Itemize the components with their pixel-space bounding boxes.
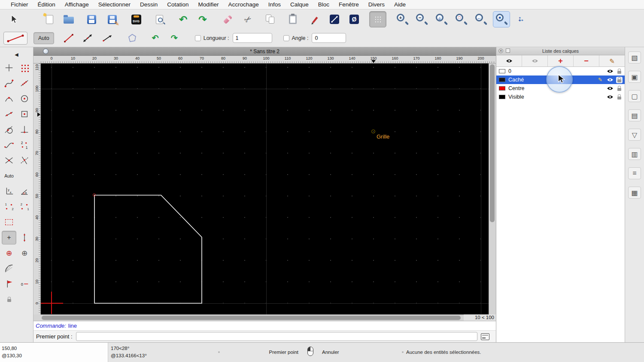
hide-all-layers-button[interactable] <box>522 55 548 66</box>
menu-affichage[interactable]: Affichage <box>60 1 94 8</box>
menu-divers[interactable]: Divers <box>364 1 389 8</box>
grid-toggle-button[interactable] <box>369 11 386 27</box>
restrict-angle-button[interactable]: a <box>17 184 32 198</box>
menu-edition[interactable]: Édition <box>33 1 60 8</box>
menu-fichier[interactable]: Fichier <box>6 1 33 8</box>
snap-reference-button[interactable] <box>17 107 32 121</box>
select-tool-button[interactable] <box>5 11 22 27</box>
dock-library-button[interactable]: ▧ <box>628 51 641 63</box>
snap-free-button[interactable] <box>2 61 16 75</box>
deselect-window-button[interactable] <box>2 215 16 229</box>
layer-lock-icon[interactable] <box>616 94 623 100</box>
snap-middle-button[interactable] <box>2 92 16 106</box>
dock-filter-button[interactable]: ▽ <box>628 129 641 141</box>
dock-layer-list-button[interactable]: ▢ <box>628 90 641 102</box>
cut-button[interactable]: ✂ <box>239 11 256 27</box>
relative-zero-display-button[interactable]: 0 <box>17 277 32 291</box>
drawing-canvas[interactable]: Grille <box>41 63 489 314</box>
auto-snap-button[interactable]: Auto <box>2 169 16 183</box>
menu-aide[interactable]: Aide <box>389 1 410 8</box>
snap-intersection-button[interactable] <box>2 154 16 167</box>
layer-visibility-icon[interactable] <box>607 94 614 100</box>
order-clockwise-button[interactable]: 21 <box>17 200 32 214</box>
lock-tool-button[interactable] <box>2 293 16 306</box>
vertical-scrollbar[interactable] <box>489 63 496 314</box>
layer-visibility-icon[interactable] <box>607 77 614 82</box>
zoom-previous-button[interactable]: □ <box>453 11 470 27</box>
lock-relative-zero-button[interactable]: ⊕ <box>17 246 32 260</box>
horizontal-scrollbar-thumb[interactable] <box>42 316 461 320</box>
command-input[interactable] <box>76 332 477 341</box>
zoom-out-button[interactable]: − <box>413 11 430 27</box>
restrict-orthogonal-button[interactable]: yx <box>2 184 16 198</box>
zoom-window-button[interactable]: ■ <box>493 11 510 27</box>
layer-lock-icon[interactable] <box>616 77 623 83</box>
dock-entity-list-button[interactable]: ▤ <box>628 109 641 121</box>
paste-button[interactable] <box>284 11 301 27</box>
dock-command-widget-button[interactable]: ≡ <box>628 167 641 179</box>
snap-distance-button[interactable] <box>2 107 16 121</box>
close-panel-icon[interactable]: ✕ <box>498 48 503 53</box>
set-relative-zero-button[interactable]: ⊕ <box>2 246 16 260</box>
snap-marker-button[interactable] <box>2 277 16 291</box>
length-checkbox[interactable] <box>195 35 201 41</box>
snap-intersection-manual-button[interactable] <box>17 154 32 167</box>
remove-layer-button[interactable]: − <box>574 55 599 66</box>
layer-edit-icon[interactable]: ✎ <box>598 77 602 82</box>
angle-measure-button[interactable] <box>2 262 16 275</box>
menu-selectionner[interactable]: Sélectionner <box>94 1 135 8</box>
export-svg-button[interactable]: SVG <box>128 11 145 27</box>
zoom-pan-button[interactable]: ↔↔ <box>512 11 529 27</box>
drawn-polyline[interactable] <box>94 195 202 303</box>
zoom-auto-button[interactable]: ↔↕ <box>433 11 450 27</box>
auto-line-button[interactable]: Auto <box>33 32 54 44</box>
layer-row-visible[interactable]: Visible <box>496 93 625 101</box>
edit-layer-button[interactable]: ✎ <box>599 55 625 66</box>
menu-fenetre[interactable]: Fenêtre <box>334 1 364 8</box>
menu-bloc[interactable]: Bloc <box>313 1 334 8</box>
snap-on-entity-button[interactable] <box>17 76 32 90</box>
snap-orthogonal-button[interactable] <box>17 123 32 136</box>
line-horizontal-button[interactable] <box>100 32 115 45</box>
menu-calque[interactable]: Calque <box>286 1 313 8</box>
layer-lock-icon[interactable] <box>616 68 623 75</box>
order-counterclockwise-button[interactable]: 12 <box>2 200 16 214</box>
dock-block-list-button[interactable]: ▣ <box>628 71 641 83</box>
menu-cotation[interactable]: Cotation <box>162 1 193 8</box>
line-angle-button[interactable] <box>80 32 95 45</box>
segment-undo-button[interactable]: ↶ <box>148 32 163 45</box>
vertex-handle[interactable] <box>93 193 96 196</box>
polyline-button[interactable] <box>125 32 140 45</box>
copy-button[interactable] <box>262 11 279 27</box>
float-panel-icon[interactable] <box>506 48 510 53</box>
new-file-button[interactable] <box>41 11 58 27</box>
undo-button[interactable]: ↶ <box>175 11 192 27</box>
subwindow-titlebar[interactable]: * Sans titre 2 <box>33 47 496 56</box>
draw-pen-button[interactable] <box>306 11 323 27</box>
layer-visibility-icon[interactable] <box>607 69 614 74</box>
save-button[interactable] <box>83 11 100 27</box>
zoom-redraw-button[interactable]: ← <box>472 11 489 27</box>
dock-clipboard-button[interactable]: ▦ <box>628 187 641 199</box>
line-attributes-button[interactable] <box>326 11 343 27</box>
menu-infos[interactable]: Infos <box>264 1 286 8</box>
delete-button[interactable] <box>219 11 236 27</box>
menu-dessin[interactable]: Dessin <box>135 1 162 8</box>
horizontal-scrollbar[interactable] <box>41 314 464 321</box>
menu-accrochage[interactable]: Accrochage <box>223 1 263 8</box>
redo-button[interactable]: ↷ <box>194 11 211 27</box>
dock-properties-button[interactable]: ▥ <box>628 148 641 160</box>
open-file-button[interactable] <box>60 11 77 27</box>
snap-center-button[interactable] <box>17 92 32 106</box>
vertical-scrollbar-thumb[interactable] <box>490 64 495 222</box>
relative-point-button[interactable]: + <box>2 231 16 244</box>
collapse-palette-button[interactable]: ◀ <box>2 50 32 59</box>
snap-spline-button[interactable] <box>2 138 16 152</box>
add-layer-button[interactable]: + <box>548 55 574 66</box>
menu-modifier[interactable]: Modifier <box>193 1 223 8</box>
length-input[interactable] <box>233 33 272 43</box>
snap-divide-button[interactable]: 21 <box>17 138 32 152</box>
line-two-points-button[interactable] <box>61 32 76 45</box>
command-options-button[interactable] <box>481 333 489 340</box>
segment-redo-button[interactable]: ↷ <box>167 32 182 45</box>
